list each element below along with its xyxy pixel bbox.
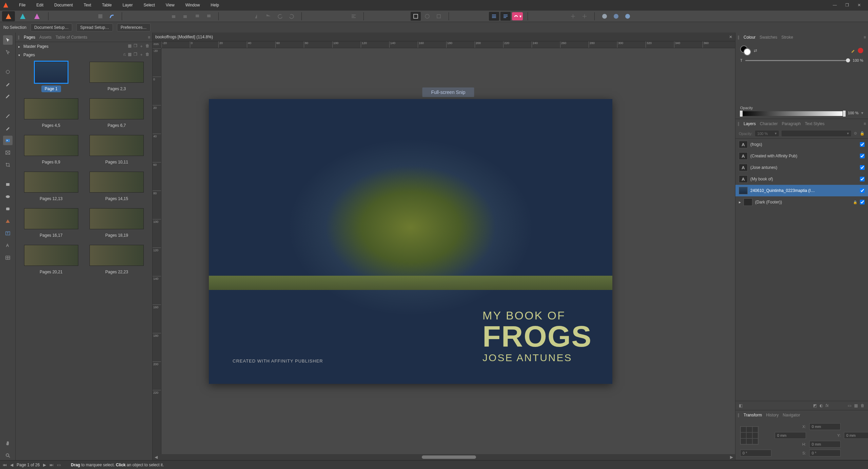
page-first-icon[interactable]: ⏮ bbox=[3, 463, 7, 467]
move-tool-icon[interactable] bbox=[3, 35, 13, 45]
order-back-icon[interactable] bbox=[169, 12, 179, 21]
layer-row[interactable]: A(Created with Affinity Pub) bbox=[735, 150, 868, 162]
page-thumbnail[interactable] bbox=[90, 62, 144, 83]
persona-designer-icon[interactable] bbox=[16, 11, 29, 21]
page-thumbnail[interactable] bbox=[35, 62, 67, 83]
opacity-dropdown-icon[interactable]: ▾ bbox=[861, 111, 863, 115]
fill-tool-icon[interactable] bbox=[3, 123, 13, 133]
transform-anchor-grid[interactable] bbox=[740, 426, 758, 445]
menu-layer[interactable]: Layer bbox=[117, 1, 138, 9]
picture-frame-tool-icon[interactable] bbox=[3, 148, 13, 157]
text-flow-icon[interactable] bbox=[500, 12, 511, 21]
transform-w-input[interactable] bbox=[775, 432, 806, 439]
layer-row[interactable]: ▸(Dark (Footer))🔒 bbox=[735, 196, 868, 208]
page-thumbnail[interactable] bbox=[90, 208, 144, 229]
layer-lock-icon[interactable]: 🔒 bbox=[860, 131, 865, 136]
fill-stroke-selector[interactable] bbox=[740, 45, 752, 56]
pages-add-icon[interactable]: ＋ bbox=[139, 52, 143, 58]
preview-trim-icon[interactable] bbox=[434, 12, 444, 21]
rectangle-tool-icon[interactable] bbox=[3, 180, 13, 189]
preferences-button[interactable]: Preferences… bbox=[117, 23, 151, 32]
frame-text-tool-icon[interactable]: T bbox=[3, 229, 13, 238]
pages-dup-icon[interactable]: ❐ bbox=[134, 52, 137, 58]
page-thumbnails-list[interactable]: Page 1Pages 2,3Pages 4,5Pages 6,7Pages 8… bbox=[16, 59, 152, 460]
tab-character[interactable]: Character bbox=[760, 121, 778, 126]
order-backone-icon[interactable] bbox=[180, 12, 191, 21]
page-prev-icon[interactable]: ◀ bbox=[10, 463, 13, 467]
picked-colour-swatch[interactable] bbox=[858, 48, 863, 53]
document-setup-button[interactable]: Document Setup… bbox=[31, 23, 72, 32]
cover-title-block[interactable]: MY BOOK OF FROGS JOSE ANTUNES bbox=[482, 309, 592, 364]
sphere3-icon[interactable] bbox=[623, 12, 633, 21]
horizontal-scrollbar-thumb[interactable] bbox=[422, 455, 476, 459]
menu-text[interactable]: Text bbox=[78, 1, 97, 9]
flip-h-icon[interactable] bbox=[252, 12, 262, 21]
cover-author[interactable]: JOSE ANTUNES bbox=[482, 352, 592, 364]
menu-view[interactable]: View bbox=[160, 1, 180, 9]
page-thumbnail[interactable] bbox=[24, 208, 78, 229]
master-del-icon[interactable]: 🗑 bbox=[145, 43, 150, 49]
layer-visibility-checkbox[interactable] bbox=[860, 142, 865, 147]
vector-brush-tool-icon[interactable] bbox=[3, 111, 13, 121]
pages-del-icon[interactable]: 🗑 bbox=[145, 52, 150, 58]
page-last-icon[interactable]: ⏭ bbox=[50, 463, 54, 467]
master-dup-icon[interactable]: ❐ bbox=[134, 43, 137, 49]
page-thumbnail[interactable] bbox=[90, 98, 144, 119]
transform-r-input[interactable] bbox=[740, 450, 771, 456]
page-spread[interactable]: MY BOOK OF FROGS JOSE ANTUNES CREATED WI… bbox=[209, 99, 612, 384]
fx-layer-icon[interactable]: fx bbox=[826, 403, 829, 408]
cover-line2[interactable]: FROGS bbox=[482, 322, 592, 351]
view-tool-hand-icon[interactable] bbox=[3, 438, 13, 448]
page-next-icon[interactable]: ▶ bbox=[43, 463, 46, 467]
panel-handle-icon[interactable]: ∥ bbox=[737, 121, 739, 126]
panel-handle-icon[interactable]: ∥ bbox=[18, 35, 20, 40]
sphere1-icon[interactable] bbox=[599, 12, 610, 21]
vertical-ruler[interactable]: -20020406080100120140160180200220 bbox=[153, 48, 161, 454]
scroll-left-icon[interactable]: ◀ bbox=[153, 455, 160, 460]
baseline-grid-icon[interactable] bbox=[489, 12, 499, 21]
menu-help[interactable]: Help bbox=[205, 1, 224, 9]
colour-picker-icon[interactable] bbox=[850, 48, 856, 53]
defaults-revert-icon[interactable] bbox=[107, 12, 117, 21]
pages-section-header[interactable]: Pages ⎌ ▦ ❐ ＋ 🗑 bbox=[16, 51, 152, 59]
align-dropdown-icon[interactable] bbox=[349, 12, 359, 21]
opacity-gradient[interactable] bbox=[740, 111, 845, 116]
rotate-cw-icon[interactable] bbox=[287, 12, 297, 21]
tab-history[interactable]: History bbox=[766, 413, 778, 417]
layer-locked-icon[interactable]: 🔒 bbox=[853, 200, 857, 204]
table-tool-icon[interactable] bbox=[3, 253, 13, 262]
master-add-icon[interactable]: ＋ bbox=[139, 43, 143, 49]
layer-blend-select[interactable]: ▾ bbox=[782, 131, 851, 136]
page-thumbnail[interactable] bbox=[90, 135, 144, 156]
persona-photo-icon[interactable] bbox=[31, 11, 43, 21]
master-grid-icon[interactable]: ▦ bbox=[128, 43, 132, 49]
page-thumbnail[interactable] bbox=[24, 245, 78, 266]
menu-select[interactable]: Select bbox=[138, 1, 160, 9]
panel-handle-icon[interactable]: ∥ bbox=[737, 35, 739, 40]
document-tab-close-icon[interactable]: ✕ bbox=[729, 35, 732, 39]
order-front-icon[interactable] bbox=[203, 12, 214, 21]
pen-tool-icon[interactable] bbox=[3, 79, 13, 89]
master-pages-header[interactable]: Master Pages ▦ ❐ ＋ 🗑 bbox=[16, 42, 152, 51]
place-image-tool-icon[interactable] bbox=[3, 136, 13, 145]
layers-panel-menu-icon[interactable]: ≡ bbox=[864, 121, 866, 126]
adjustment-layer-icon[interactable]: ◐ bbox=[820, 403, 823, 408]
cover-credit[interactable]: CREATED WITH AFFINITY PUBLISHER bbox=[233, 358, 323, 364]
layers-list[interactable]: A(frogs)A(Created with Affinity Pub)A(Jo… bbox=[735, 139, 868, 401]
rotate-ccw-icon[interactable] bbox=[275, 12, 285, 21]
pencil-tool-icon[interactable] bbox=[3, 92, 13, 101]
layer-row[interactable]: A(Jose antunes) bbox=[735, 162, 868, 173]
tab-swatches[interactable]: Swatches bbox=[760, 35, 777, 40]
canvas-viewport[interactable]: MY BOOK OF FROGS JOSE ANTUNES CREATED WI… bbox=[161, 48, 735, 454]
preview-clip-icon[interactable] bbox=[422, 12, 432, 21]
triangle-tool-icon[interactable] bbox=[3, 216, 13, 226]
menu-document[interactable]: Document bbox=[49, 1, 78, 9]
edit-all-layers-icon[interactable]: ◧ bbox=[739, 403, 743, 408]
defaults-sync-icon[interactable] bbox=[95, 12, 105, 21]
flip-v-icon[interactable] bbox=[263, 12, 274, 21]
tab-colour[interactable]: Colour bbox=[744, 35, 755, 40]
transform-y-input[interactable] bbox=[844, 432, 868, 439]
document-tab[interactable]: bookoffrogs [Modified] (114.8%) bbox=[155, 35, 213, 39]
transform-x-input[interactable] bbox=[809, 423, 841, 430]
tab-assets[interactable]: Assets bbox=[39, 35, 52, 40]
